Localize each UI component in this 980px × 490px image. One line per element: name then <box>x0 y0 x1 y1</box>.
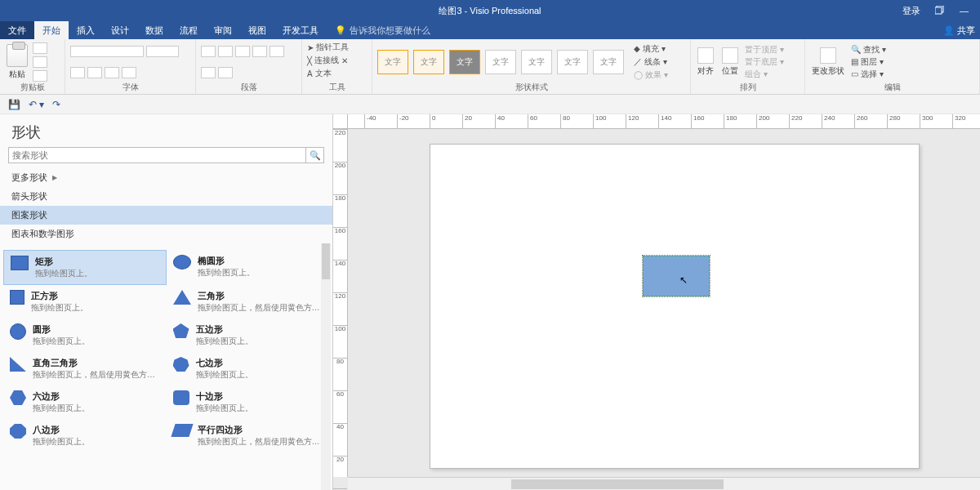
redo-icon[interactable]: ↷ <box>52 99 60 110</box>
ribbon: 粘贴 剪贴板 字体 <box>0 39 980 95</box>
shape-master[interactable]: 十边形拖到绘图页上。 <box>167 385 330 419</box>
window-title: 绘图3 - Visio Professional <box>439 5 541 17</box>
italic-button[interactable] <box>87 67 102 78</box>
main-area: 形状 🔍 更多形状▶箭头形状图案形状图表和数学图形 矩形拖到绘图页上。椭圆形拖到… <box>0 114 980 490</box>
layers-button[interactable]: ▤图层▾ <box>851 56 886 68</box>
tab-4[interactable]: 流程 <box>172 21 206 39</box>
shape-master[interactable]: 椭圆形拖到绘图页上。 <box>167 250 330 285</box>
shapes-pane: 形状 🔍 更多形状▶箭头形状图案形状图表和数学图形 矩形拖到绘图页上。椭圆形拖到… <box>0 114 333 490</box>
shape-master[interactable]: 圆形拖到绘图页上。 <box>3 318 167 352</box>
tab-3[interactable]: 数据 <box>137 21 172 39</box>
bring-front-button[interactable]: 置于顶层▾ <box>745 44 784 56</box>
shape-master[interactable]: 七边形拖到绘图页上。 <box>167 352 330 385</box>
ruler-tick: 60 <box>333 390 347 398</box>
shape-hint: 拖到绘图页上。 <box>31 302 88 314</box>
ruler-tick: 240 <box>822 114 835 129</box>
ruler-horizontal[interactable]: -40-200204060801001201401601802002202402… <box>348 114 980 129</box>
save-icon[interactable]: 💾 <box>8 99 20 110</box>
style-preset-5[interactable]: 文字 <box>521 50 552 74</box>
stencil-item[interactable]: 更多形状▶ <box>0 168 332 187</box>
shape-swatch-icon <box>173 390 189 405</box>
send-back-button[interactable]: 置于底层▾ <box>745 56 784 68</box>
copy-button[interactable] <box>33 56 47 68</box>
tab-5[interactable]: 审阅 <box>206 21 240 39</box>
shape-master[interactable]: 正方形拖到绘图页上。 <box>3 285 167 318</box>
underline-button[interactable] <box>105 67 119 78</box>
tab-6[interactable]: 视图 <box>240 21 274 39</box>
shape-rectangle-instance[interactable]: ↖ <box>643 256 710 296</box>
undo-icon[interactable]: ↶ ▾ <box>29 99 44 110</box>
rotate-text-button[interactable] <box>218 67 233 78</box>
stencil-item[interactable]: 图案形状 <box>0 206 332 225</box>
scrollbar-thumb[interactable] <box>511 479 724 489</box>
canvas-viewport[interactable]: ↖ <box>348 129 980 477</box>
align-left-button[interactable] <box>201 46 216 57</box>
style-preset-4[interactable]: 文字 <box>485 50 516 74</box>
lightbulb-icon: 💡 <box>335 25 346 36</box>
font-family-select[interactable] <box>70 46 144 57</box>
style-preset-1[interactable]: 文字 <box>377 50 408 74</box>
search-shapes-input[interactable] <box>8 147 306 163</box>
fill-button[interactable]: ◆填充▾ <box>634 43 668 55</box>
shape-master[interactable]: 三角形拖到绘图页上，然后使用黄色方形... <box>167 285 330 318</box>
indent-dec-button[interactable] <box>201 67 216 78</box>
shape-master[interactable]: 六边形拖到绘图页上。 <box>3 385 167 419</box>
select-button[interactable]: ▭选择▾ <box>851 69 886 80</box>
indent-inc-button[interactable] <box>270 46 284 57</box>
pointer-tool-button[interactable]: ➤指针工具 <box>307 42 349 53</box>
stencil-item[interactable]: 箭头形状 <box>0 187 332 206</box>
cut-button[interactable] <box>33 42 47 54</box>
search-shapes-button[interactable]: 🔍 <box>306 147 324 163</box>
ruler-tick: 20 <box>333 456 347 463</box>
align-center-button[interactable] <box>218 46 233 57</box>
shapes-scrollbar[interactable] <box>321 243 331 490</box>
paste-button[interactable]: 粘贴 <box>5 42 29 82</box>
share-button[interactable]: 👤 共享 <box>943 21 980 39</box>
quick-access-toolbar: 💾 ↶ ▾ ↷ <box>0 95 980 114</box>
tab-7[interactable]: 开发工具 <box>274 21 327 39</box>
style-preset-3[interactable]: 文字 <box>449 50 480 74</box>
text-tool-button[interactable]: A文本 <box>307 68 332 79</box>
connector-tool-button[interactable]: ╳连接线✕ <box>307 55 348 66</box>
change-shape-button[interactable]: 更改形状 <box>810 46 846 78</box>
shape-master[interactable]: 八边形拖到绘图页上。 <box>3 419 167 452</box>
tab-2[interactable]: 设计 <box>103 21 137 39</box>
format-painter-button[interactable] <box>33 70 47 82</box>
tab-0[interactable]: 开始 <box>34 21 69 39</box>
find-button[interactable]: 🔍查找▾ <box>851 44 886 56</box>
style-preset-2[interactable]: 文字 <box>413 50 444 74</box>
drawing-page[interactable]: ↖ <box>430 144 920 469</box>
tab-1[interactable]: 插入 <box>69 21 103 39</box>
shape-master[interactable]: 平行四边形拖到绘图页上，然后使用黄色方形... <box>167 419 330 452</box>
shape-hint: 拖到绘图页上。 <box>33 403 90 414</box>
ruler-tick: 80 <box>560 114 570 129</box>
font-color-button[interactable] <box>122 67 136 78</box>
minimize-button[interactable]: — <box>960 6 969 16</box>
tell-me[interactable]: 💡 告诉我你想要做什么 <box>335 21 430 39</box>
horizontal-scrollbar[interactable] <box>348 477 980 490</box>
style-preset-7[interactable]: 文字 <box>593 50 624 74</box>
login-button[interactable]: 登录 <box>902 5 920 17</box>
effects-button[interactable]: ◯效果▾ <box>634 69 668 81</box>
ruler-tick: 120 <box>626 114 639 129</box>
align-button[interactable]: 对齐 <box>696 46 715 78</box>
position-button[interactable]: 位置 <box>720 46 740 78</box>
shape-master[interactable]: 五边形拖到绘图页上。 <box>167 318 330 352</box>
bullets-button[interactable] <box>252 46 267 57</box>
font-size-select[interactable] <box>146 46 179 57</box>
shape-master[interactable]: 直角三角形拖到绘图页上，然后使用黄色方形... <box>3 352 167 385</box>
shape-name: 五边形 <box>196 323 253 336</box>
group-button[interactable]: 组合▾ <box>745 69 784 80</box>
restore-window-icon[interactable] <box>935 6 945 16</box>
ruler-tick: 100 <box>593 114 606 129</box>
stencil-item[interactable]: 图表和数学图形 <box>0 225 332 243</box>
tab-file[interactable]: 文件 <box>0 21 34 39</box>
shape-master[interactable]: 矩形拖到绘图页上。 <box>3 250 167 285</box>
align-right-button[interactable] <box>235 46 250 57</box>
ruler-corner <box>333 114 348 129</box>
line-button[interactable]: ／线条▾ <box>634 56 668 68</box>
bold-button[interactable] <box>70 67 85 78</box>
ruler-vertical[interactable]: 220200180160140120100806040200 <box>333 129 348 477</box>
scrollbar-thumb[interactable] <box>322 243 330 279</box>
style-preset-6[interactable]: 文字 <box>557 50 588 74</box>
